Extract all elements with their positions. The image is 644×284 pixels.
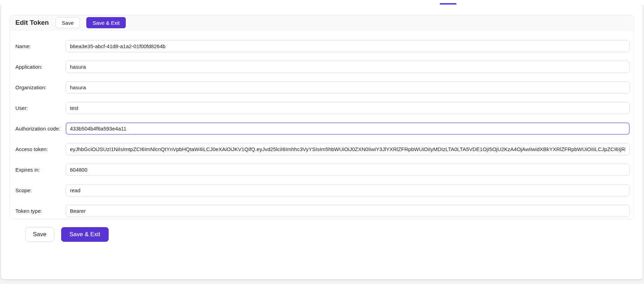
access-token-input[interactable] <box>66 143 630 155</box>
content-panel: Edit Token Save Save & Exit Name: Applic… <box>1 5 643 279</box>
card-header: Edit Token Save Save & Exit <box>10 15 634 30</box>
edit-token-card: Edit Token Save Save & Exit Name: Applic… <box>9 15 634 219</box>
bottom-save-button[interactable]: Save <box>25 227 54 242</box>
form-row-token-type: Token type: <box>15 205 630 217</box>
name-input[interactable] <box>66 40 630 52</box>
application-input[interactable] <box>66 61 630 73</box>
name-label: Name: <box>15 43 66 49</box>
expires-in-label: Expires in: <box>15 167 66 173</box>
form: Name: Application: Organization: User: A… <box>10 30 634 221</box>
organization-label: Organization: <box>15 84 66 90</box>
form-row-name: Name: <box>15 40 630 52</box>
active-tab-indicator <box>440 3 456 5</box>
token-type-label: Token type: <box>15 208 66 214</box>
bottom-actions: Save Save & Exit <box>25 227 109 242</box>
form-row-access-token: Access token: <box>15 143 630 155</box>
access-token-label: Access token: <box>15 146 66 152</box>
form-row-application: Application: <box>15 61 630 73</box>
form-row-scope: Scope: <box>15 184 630 196</box>
save-and-exit-button[interactable]: Save & Exit <box>86 17 126 28</box>
save-button[interactable]: Save <box>56 17 80 28</box>
form-row-expires-in: Expires in: <box>15 164 630 176</box>
form-row-authorization-code: Authorization code: <box>15 122 630 135</box>
token-type-input[interactable] <box>66 205 630 217</box>
scope-input[interactable] <box>66 184 630 196</box>
page-title: Edit Token <box>15 19 49 27</box>
scope-label: Scope: <box>15 187 66 193</box>
form-row-user: User: <box>15 102 630 114</box>
expires-in-input[interactable] <box>66 164 630 176</box>
user-label: User: <box>15 105 66 111</box>
authorization-code-input[interactable] <box>66 122 630 135</box>
bottom-save-and-exit-button[interactable]: Save & Exit <box>61 227 109 242</box>
organization-input[interactable] <box>66 81 630 94</box>
authorization-code-label: Authorization code: <box>15 126 66 132</box>
form-row-organization: Organization: <box>15 81 630 94</box>
user-input[interactable] <box>66 102 630 114</box>
application-label: Application: <box>15 64 66 70</box>
top-nav-bar <box>0 0 644 5</box>
